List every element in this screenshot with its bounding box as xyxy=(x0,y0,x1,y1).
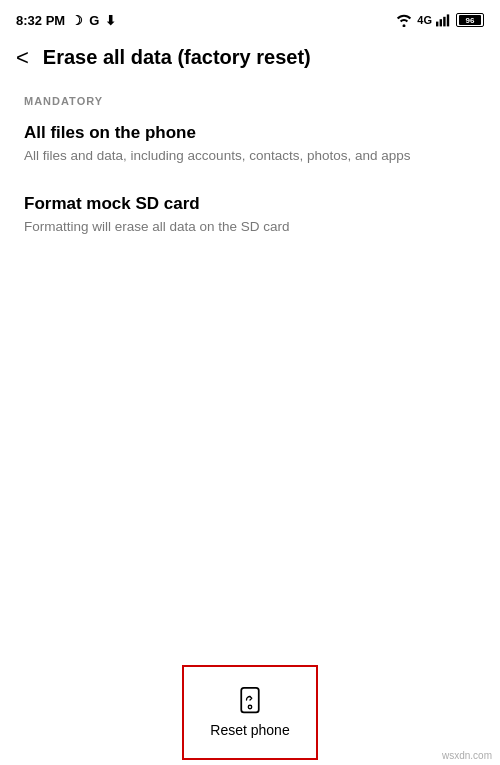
item-desc-files: All files and data, including accounts, … xyxy=(24,147,476,166)
wifi-icon xyxy=(395,13,413,27)
toolbar: < Erase all data (factory reset) xyxy=(0,36,500,79)
network-label: 4G xyxy=(417,14,432,26)
page-title: Erase all data (factory reset) xyxy=(43,46,484,69)
svg-point-5 xyxy=(248,705,252,709)
reset-phone-icon xyxy=(236,686,264,714)
content-area: MANDATORY All files on the phone All fil… xyxy=(0,79,500,281)
list-item-files: All files on the phone All files and dat… xyxy=(24,123,476,166)
g-icon: G xyxy=(89,13,99,28)
list-item-sdcard: Format mock SD card Formatting will eras… xyxy=(24,194,476,237)
signal-icon xyxy=(436,13,452,27)
svg-rect-1 xyxy=(440,19,442,26)
download-icon: ⬇ xyxy=(105,13,116,28)
moon-icon: ☽ xyxy=(71,13,83,28)
reset-phone-label: Reset phone xyxy=(210,722,289,738)
battery-indicator: 96 xyxy=(456,13,484,27)
status-time-area: 8:32 PM ☽ G ⬇ xyxy=(16,13,116,28)
item-title-files: All files on the phone xyxy=(24,123,476,143)
back-button[interactable]: < xyxy=(16,47,29,69)
battery-level: 96 xyxy=(466,16,475,25)
bottom-area: Reset phone xyxy=(0,659,500,765)
svg-rect-0 xyxy=(436,22,438,27)
svg-rect-3 xyxy=(447,14,449,26)
reset-phone-button[interactable]: Reset phone xyxy=(182,665,318,760)
status-right-icons: 4G 96 xyxy=(395,13,484,27)
time-display: 8:32 PM xyxy=(16,13,65,28)
item-desc-sdcard: Formatting will erase all data on the SD… xyxy=(24,218,476,237)
svg-rect-2 xyxy=(443,17,445,27)
item-title-sdcard: Format mock SD card xyxy=(24,194,476,214)
status-bar: 8:32 PM ☽ G ⬇ 4G 96 xyxy=(0,0,500,36)
watermark: wsxdn.com xyxy=(442,750,492,761)
section-label: MANDATORY xyxy=(24,95,476,107)
